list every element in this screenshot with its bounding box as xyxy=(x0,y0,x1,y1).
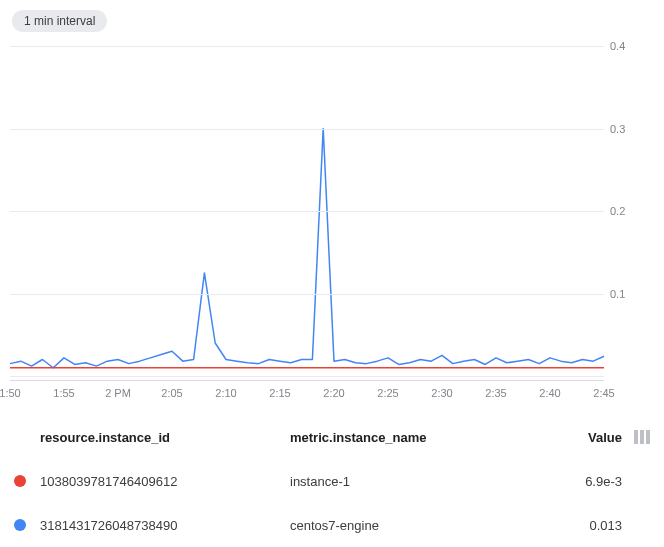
y-tick-label: 0.1 xyxy=(610,288,654,300)
gridline xyxy=(10,294,604,295)
legend-instance-name: instance-1 xyxy=(290,474,562,489)
gridline xyxy=(10,129,604,130)
gridline xyxy=(10,46,604,47)
line-chart[interactable]: 1:501:552 PM2:052:102:152:202:252:302:35… xyxy=(0,36,664,415)
x-tick-label: 2:05 xyxy=(161,387,182,399)
x-tick-label: 2:20 xyxy=(323,387,344,399)
x-tick-label: 2:40 xyxy=(539,387,560,399)
gridline xyxy=(10,211,604,212)
legend-instance-id: 3181431726048738490 xyxy=(40,518,290,533)
columns-icon[interactable] xyxy=(634,430,650,444)
series-line xyxy=(10,129,604,368)
legend-instance-id: 1038039781746409612 xyxy=(40,474,290,489)
badge-row: 1 min interval xyxy=(0,0,664,32)
gridline xyxy=(10,376,604,377)
legend-header-row: resource.instance_id metric.instance_nam… xyxy=(14,415,650,459)
legend-row[interactable]: 1038039781746409612instance-16.9e-3 xyxy=(14,459,650,503)
x-tick-label: 2:35 xyxy=(485,387,506,399)
legend-row[interactable]: 3181431726048738490centos7-engine0.013 xyxy=(14,503,650,547)
x-tick-label: 1:50 xyxy=(0,387,21,399)
interval-badge[interactable]: 1 min interval xyxy=(12,10,107,32)
legend-col-value[interactable]: Value xyxy=(562,430,622,445)
legend-col-instance-id[interactable]: resource.instance_id xyxy=(40,430,290,445)
legend-col-instance-name[interactable]: metric.instance_name xyxy=(290,430,562,445)
y-tick-label: 0.3 xyxy=(610,123,654,135)
x-tick-label: 1:55 xyxy=(53,387,74,399)
chart-panel: 1 min interval 1:501:552 PM2:052:102:152… xyxy=(0,0,664,547)
legend-table: resource.instance_id metric.instance_nam… xyxy=(0,415,664,547)
x-tick-label: 2:25 xyxy=(377,387,398,399)
x-tick-label: 2:15 xyxy=(269,387,290,399)
legend-instance-name: centos7-engine xyxy=(290,518,562,533)
legend-value: 6.9e-3 xyxy=(562,474,622,489)
x-tick-label: 2 PM xyxy=(105,387,131,399)
y-tick-label: 0.2 xyxy=(610,205,654,217)
series-swatch xyxy=(14,475,26,487)
x-tick-label: 2:30 xyxy=(431,387,452,399)
series-swatch xyxy=(14,519,26,531)
legend-value: 0.013 xyxy=(562,518,622,533)
x-tick-label: 2:10 xyxy=(215,387,236,399)
y-tick-label: 0.4 xyxy=(610,40,654,52)
x-axis: 1:501:552 PM2:052:102:152:202:252:302:35… xyxy=(10,380,604,400)
x-tick-label: 2:45 xyxy=(593,387,614,399)
